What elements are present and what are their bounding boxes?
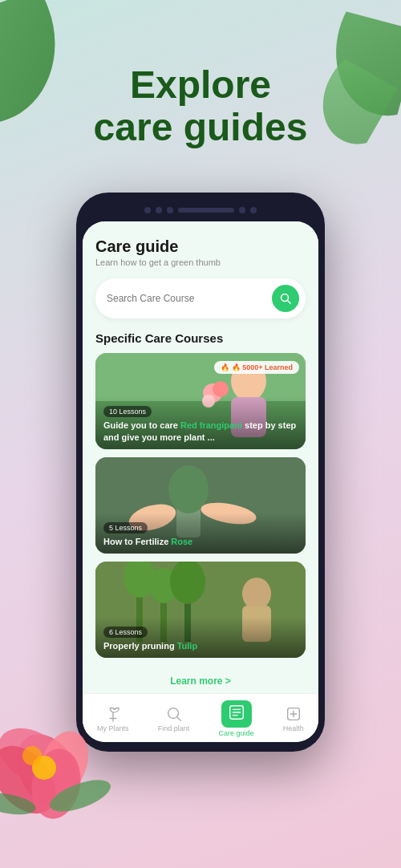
nav-health-label: Health [283,724,304,732]
svg-point-30 [242,578,271,610]
nav-care-guide[interactable]: Care guide [219,700,254,737]
card1-content: 10 Lessons Guide you to care Red frangip… [95,396,306,449]
section-title: Specific Care Courses [95,331,306,345]
notch-dot-1 [144,207,151,213]
screen-title: Care guide [95,237,306,256]
screen-header: Care guide Learn how to get a green thum… [95,237,306,267]
care-guide-icon [228,704,245,721]
notch-dot-3 [167,207,173,213]
phone-notch [83,207,318,213]
lessons-badge-2: 5 Lessons [103,522,148,533]
phone-screen: Care guide Learn how to get a green thum… [83,221,318,742]
course-card-1[interactable]: 🔥 🔥 5000+ Learned 10 Lessons Guide you t… [95,353,306,449]
svg-point-16 [213,381,229,397]
notch-camera [239,207,245,213]
lessons-badge-3: 6 Lessons [103,627,148,638]
card3-desc: Properly pruning Tulip [103,640,298,651]
search-bar[interactable] [95,278,306,318]
care-guide-icon-box [221,700,252,728]
notch-speaker [178,208,234,213]
svg-point-32 [168,708,178,719]
svg-point-6 [22,746,42,765]
search-button[interactable] [272,285,299,312]
hero-title: Explore care guides [24,64,377,149]
card1-desc: Guide you to care Red frangipani step by… [103,420,298,443]
svg-line-10 [288,301,291,304]
nav-find-plant-label: Find plant [158,724,190,732]
search-icon [280,293,291,304]
svg-line-33 [177,717,180,720]
card3-content: 6 Lessons Properly pruning Tulip [95,617,306,658]
notch-dot-2 [156,207,162,213]
card2-desc: How to Fertilize Rose [103,536,298,547]
notch-sensor [250,207,257,213]
nav-find-plant[interactable]: Find plant [158,705,190,732]
card2-content: 5 Lessons How to Fertilize Rose [95,513,306,554]
phone-outer: Care guide Learn how to get a green thum… [76,193,325,752]
health-icon [285,705,302,723]
screen-subtitle: Learn how to get a green thumb [95,258,306,267]
phone-mockup: Care guide Learn how to get a green thum… [76,193,325,752]
course-card-2[interactable]: 5 Lessons How to Fertilize Rose [95,457,306,554]
screen-content: Care guide Learn how to get a green thum… [83,221,318,693]
nav-care-guide-label: Care guide [219,729,254,737]
course-card-3[interactable]: 6 Lessons Properly pruning Tulip [95,562,306,658]
nav-health[interactable]: Health [283,705,304,732]
hero-title-area: Explore care guides [0,0,401,165]
lessons-badge-1: 10 Lessons [103,406,152,417]
search-input[interactable] [107,293,272,304]
find-plant-icon [165,705,183,723]
flower-decoration [0,675,144,820]
hot-badge: 🔥 🔥 5000+ Learned [214,361,299,374]
